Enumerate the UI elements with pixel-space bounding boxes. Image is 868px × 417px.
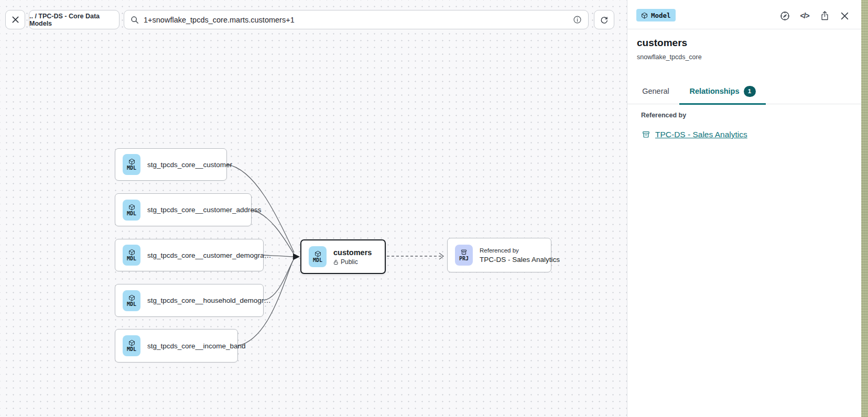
node-type-label: PRJ [459,256,469,261]
active-tab-underline [679,103,766,105]
close-lineage-button[interactable] [5,10,25,29]
refresh-icon [600,15,609,24]
graph-node-stg-income-band[interactable]: MDL stg_tpcds_core__income_band [115,329,238,363]
model-cube-icon [641,12,648,19]
project-link[interactable]: TPC-DS - Sales Analytics [655,130,747,139]
node-eyebrow: Referenced by [480,247,560,255]
search-icon [131,16,139,24]
details-panel: Model </> customers snowflake_tpcds_core… [627,0,861,417]
graph-node-stg-customer-demographics[interactable]: MDL stg_tpcds_core__customer_demogra… [115,239,264,271]
close-panel-icon[interactable] [838,9,851,22]
tab-relationships[interactable]: Relationships 1 [679,79,766,104]
model-cube-icon: MDL [123,335,140,356]
model-cube-icon: MDL [123,200,140,221]
project-archive-icon: PRJ [455,245,473,266]
tab-general[interactable]: General [636,79,676,104]
desktop-background-strip [861,0,868,417]
graph-node-referenced-project[interactable]: PRJ Referenced by TPC-DS - Sales Analyti… [447,238,551,272]
project-archive-icon [642,130,650,139]
lock-open-icon [333,259,339,265]
node-access-label: Public [341,258,358,266]
refresh-lineage-button[interactable] [594,10,614,29]
model-cube-icon: MDL [309,246,327,267]
search-input[interactable] [144,16,568,24]
node-type-label: MDL [127,256,136,261]
tab-label: Relationships [689,87,739,95]
breadcrumb-label: .. / TPC-DS - Core Data Models [29,13,119,27]
details-tabs: General Relationships 1 [627,79,861,104]
node-type-label: MDL [127,166,136,171]
node-label: stg_tpcds_core__customer_address [147,206,262,214]
lineage-edges [0,0,627,417]
node-type-label: MDL [313,258,322,263]
tab-label: General [642,87,669,95]
lineage-search [124,10,589,29]
node-label: stg_tpcds_core__household_demogr… [147,297,271,304]
explore-compass-icon[interactable] [778,9,791,22]
info-icon[interactable] [573,15,582,24]
model-cube-icon: MDL [123,245,140,266]
page-subtitle: snowflake_tpcds_core [637,53,702,61]
graph-node-stg-customer[interactable]: MDL stg_tpcds_core__customer [115,148,227,181]
resource-type-label: Model [651,12,671,19]
model-cube-icon: MDL [123,154,140,175]
node-label: stg_tpcds_core__income_band [147,342,246,350]
breadcrumb[interactable]: .. / TPC-DS - Core Data Models [29,10,120,29]
close-icon [12,16,19,24]
relationships-count-badge: 1 [744,86,756,97]
referenced-by-label: Referenced by [641,112,686,119]
node-label: stg_tpcds_core__customer [147,161,232,169]
graph-node-customers-selected[interactable]: MDL customers Public [300,239,386,274]
graph-node-stg-customer-address[interactable]: MDL stg_tpcds_core__customer_address [115,193,252,226]
node-type-label: MDL [127,211,136,216]
node-type-label: MDL [127,302,136,307]
graph-node-stg-household-demographics[interactable]: MDL stg_tpcds_core__household_demogr… [115,284,264,317]
page-title: customers [637,37,687,49]
node-type-label: MDL [127,347,136,352]
node-title: customers [333,248,372,257]
resource-type-badge: Model [636,9,676,21]
share-icon[interactable] [818,9,831,22]
details-panel-header: Model </> [627,0,861,29]
model-cube-icon: MDL [123,290,140,311]
lineage-canvas[interactable]: MDL stg_tpcds_core__customer MDL stg_tpc… [0,0,627,417]
code-icon[interactable]: </> [798,9,811,22]
node-title: TPC-DS - Sales Analytics [480,256,560,264]
referenced-by-item: TPC-DS - Sales Analytics [642,130,747,139]
node-label: stg_tpcds_core__customer_demogra… [147,251,271,259]
